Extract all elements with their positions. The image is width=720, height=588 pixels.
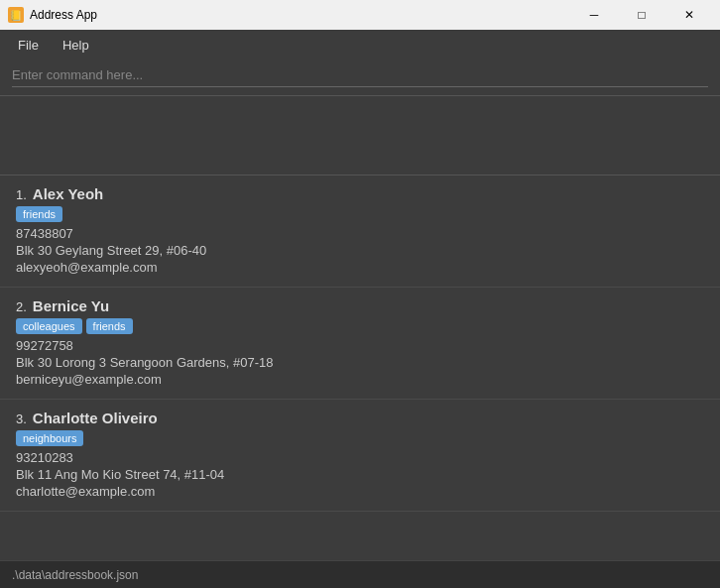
menu-file[interactable]: File	[8, 34, 49, 57]
contact-number-1: 1.	[16, 187, 27, 202]
app-title: Address App	[30, 8, 97, 22]
titlebar-left: 📒 Address App	[8, 7, 97, 23]
menubar: File Help	[0, 30, 720, 59]
contact-email-1: alexyeoh@example.com	[16, 260, 704, 275]
app-icon: 📒	[8, 7, 24, 23]
command-underline	[12, 86, 708, 87]
tag-friends-2: friends	[86, 318, 133, 334]
menu-help[interactable]: Help	[53, 34, 99, 57]
command-input[interactable]	[12, 67, 708, 82]
contact-header-1: 1. Alex Yeoh	[16, 185, 704, 202]
contact-name-3: Charlotte Oliveiro	[33, 410, 158, 426]
contact-item-3[interactable]: 3. Charlotte Oliveiro neighbours 9321028…	[0, 400, 720, 512]
contact-address-3: Blk 11 Ang Mo Kio Street 74, #11-04	[16, 467, 704, 482]
contact-number-3: 3.	[16, 412, 27, 426]
tag-neighbours-3: neighbours	[16, 430, 83, 446]
contact-email-2: berniceyu@example.com	[16, 372, 704, 387]
contacts-list: 1. Alex Yeoh friends 87438807 Blk 30 Gey…	[0, 176, 720, 560]
contact-email-3: charlotte@example.com	[16, 484, 704, 499]
contact-name-2: Bernice Yu	[33, 297, 109, 314]
contact-address-1: Blk 30 Geylang Street 29, #06-40	[16, 243, 704, 258]
contact-name-1: Alex Yeoh	[33, 185, 103, 202]
contact-tags-2: colleagues friends	[16, 318, 704, 334]
contact-item-1[interactable]: 1. Alex Yeoh friends 87438807 Blk 30 Gey…	[0, 176, 720, 288]
contact-phone-3: 93210283	[16, 450, 704, 465]
contact-address-2: Blk 30 Lorong 3 Serangoon Gardens, #07-1…	[16, 355, 704, 370]
contact-item-2[interactable]: 2. Bernice Yu colleagues friends 9927275…	[0, 288, 720, 400]
contact-header-3: 3. Charlotte Oliveiro	[16, 410, 704, 426]
contact-phone-2: 99272758	[16, 338, 704, 353]
contact-tags-3: neighbours	[16, 430, 704, 446]
contact-header-2: 2. Bernice Yu	[16, 297, 704, 314]
close-button[interactable]: ✕	[666, 0, 712, 30]
output-area	[0, 96, 720, 176]
maximize-button[interactable]: □	[619, 0, 664, 30]
contact-number-2: 2.	[16, 299, 27, 314]
contact-phone-1: 87438807	[16, 226, 704, 241]
statusbar: .\data\addressbook.json	[0, 560, 720, 588]
statusbar-text: .\data\addressbook.json	[12, 568, 138, 582]
command-area	[0, 59, 720, 96]
tag-friends-1: friends	[16, 206, 62, 222]
tag-colleagues-2: colleagues	[16, 318, 82, 334]
titlebar: 📒 Address App ─ □ ✕	[0, 0, 720, 30]
contact-tags-1: friends	[16, 206, 704, 222]
minimize-button[interactable]: ─	[571, 0, 617, 30]
titlebar-controls: ─ □ ✕	[571, 0, 712, 30]
